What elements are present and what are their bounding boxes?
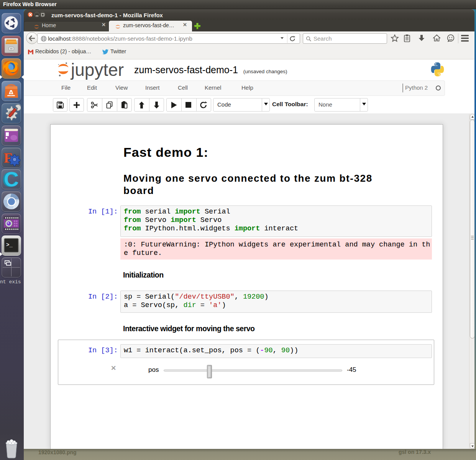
svg-text:A: A	[8, 88, 14, 98]
svg-text:C: C	[4, 169, 19, 189]
svg-text:>_: >_	[6, 242, 13, 248]
